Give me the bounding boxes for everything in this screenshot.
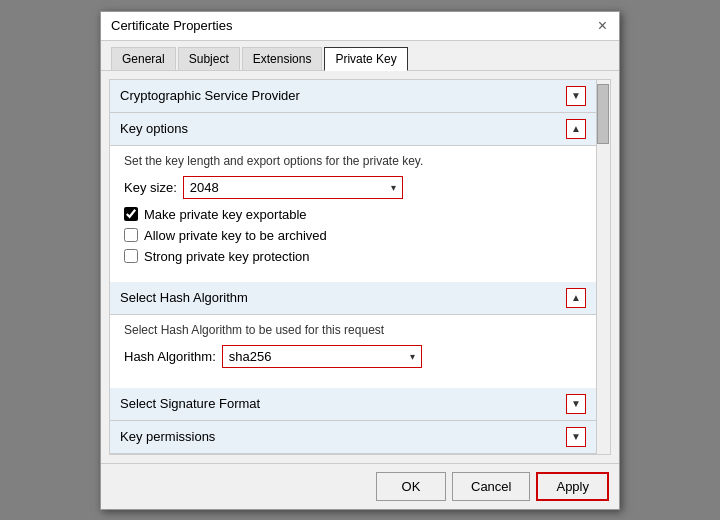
- archived-checkbox-row: Allow private key to be archived: [124, 228, 582, 243]
- dialog-footer: OK Cancel Apply: [101, 463, 619, 509]
- key-size-value: 2048: [190, 180, 219, 195]
- ok-button[interactable]: OK: [376, 472, 446, 501]
- strong-protection-checkbox-row: Strong private key protection: [124, 249, 582, 264]
- section-sig-format-label: Select Signature Format: [120, 396, 260, 411]
- section-sig-format-header[interactable]: Select Signature Format ▼: [110, 388, 596, 421]
- tab-bar: General Subject Extensions Private Key: [101, 41, 619, 71]
- section-sig-format-toggle[interactable]: ▼: [566, 394, 586, 414]
- tab-extensions[interactable]: Extensions: [242, 47, 323, 70]
- hash-algo-description: Select Hash Algorithm to be used for thi…: [124, 323, 582, 337]
- key-size-label: Key size:: [124, 180, 177, 195]
- section-csp-label: Cryptographic Service Provider: [120, 88, 300, 103]
- close-button[interactable]: ×: [596, 18, 609, 34]
- scrollbar-thumb[interactable]: [597, 84, 609, 144]
- section-hash-algo-label: Select Hash Algorithm: [120, 290, 248, 305]
- content-area: Cryptographic Service Provider ▼ Key opt…: [109, 79, 611, 455]
- exportable-label[interactable]: Make private key exportable: [144, 207, 307, 222]
- tab-private-key[interactable]: Private Key: [324, 47, 407, 71]
- cancel-button[interactable]: Cancel: [452, 472, 530, 501]
- certificate-properties-dialog: Certificate Properties × General Subject…: [100, 11, 620, 510]
- section-hash-algo-toggle[interactable]: ▲: [566, 288, 586, 308]
- section-csp-toggle[interactable]: ▼: [566, 86, 586, 106]
- key-size-dropdown[interactable]: 2048 ▾: [183, 176, 403, 199]
- section-hash-algo-header[interactable]: Select Hash Algorithm ▲: [110, 282, 596, 315]
- section-key-perms-header[interactable]: Key permissions ▼: [110, 421, 596, 454]
- exportable-checkbox[interactable]: [124, 207, 138, 221]
- strong-protection-label[interactable]: Strong private key protection: [144, 249, 309, 264]
- archived-checkbox[interactable]: [124, 228, 138, 242]
- tab-general[interactable]: General: [111, 47, 176, 70]
- title-bar: Certificate Properties ×: [101, 12, 619, 41]
- strong-protection-checkbox[interactable]: [124, 249, 138, 263]
- section-key-perms-label: Key permissions: [120, 429, 215, 444]
- section-csp-header[interactable]: Cryptographic Service Provider ▼: [110, 80, 596, 113]
- key-size-dropdown-arrow: ▾: [391, 182, 396, 193]
- hash-algo-row: Hash Algorithm: sha256 ▾: [124, 345, 582, 368]
- tab-subject[interactable]: Subject: [178, 47, 240, 70]
- section-key-options-body: Set the key length and export options fo…: [110, 146, 596, 282]
- apply-button[interactable]: Apply: [536, 472, 609, 501]
- exportable-checkbox-row: Make private key exportable: [124, 207, 582, 222]
- archived-label[interactable]: Allow private key to be archived: [144, 228, 327, 243]
- section-key-options-header[interactable]: Key options ▲: [110, 113, 596, 146]
- section-hash-algo-body: Select Hash Algorithm to be used for thi…: [110, 315, 596, 388]
- key-options-description: Set the key length and export options fo…: [124, 154, 582, 168]
- scrollbar-track[interactable]: [596, 80, 610, 454]
- hash-algo-dropdown-arrow: ▾: [410, 351, 415, 362]
- section-key-options-label: Key options: [120, 121, 188, 136]
- section-key-perms-toggle[interactable]: ▼: [566, 427, 586, 447]
- hash-algo-label: Hash Algorithm:: [124, 349, 216, 364]
- hash-algo-dropdown[interactable]: sha256 ▾: [222, 345, 422, 368]
- dialog-title: Certificate Properties: [111, 18, 232, 33]
- section-key-options-toggle[interactable]: ▲: [566, 119, 586, 139]
- hash-algo-value: sha256: [229, 349, 272, 364]
- key-size-row: Key size: 2048 ▾: [124, 176, 582, 199]
